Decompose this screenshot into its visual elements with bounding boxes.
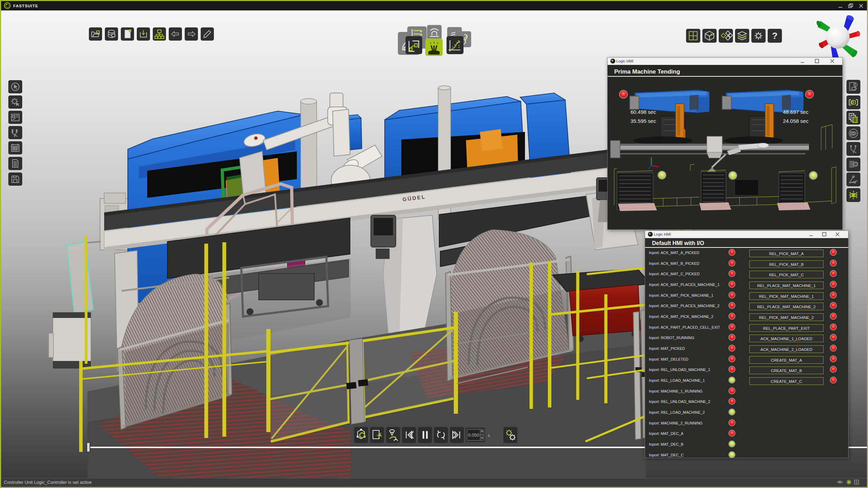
svg-text:35.595 sec: 35.595 sec <box>631 118 656 124</box>
svg-text:s: s <box>488 433 490 438</box>
svg-text:?: ? <box>772 31 778 41</box>
svg-text:60.498 sec: 60.498 sec <box>631 109 656 115</box>
svg-text:48.697 sec: 48.697 sec <box>783 109 809 115</box>
svg-text:24.058 sec: 24.058 sec <box>783 118 809 124</box>
svg-text:0.050: 0.050 <box>468 432 479 438</box>
